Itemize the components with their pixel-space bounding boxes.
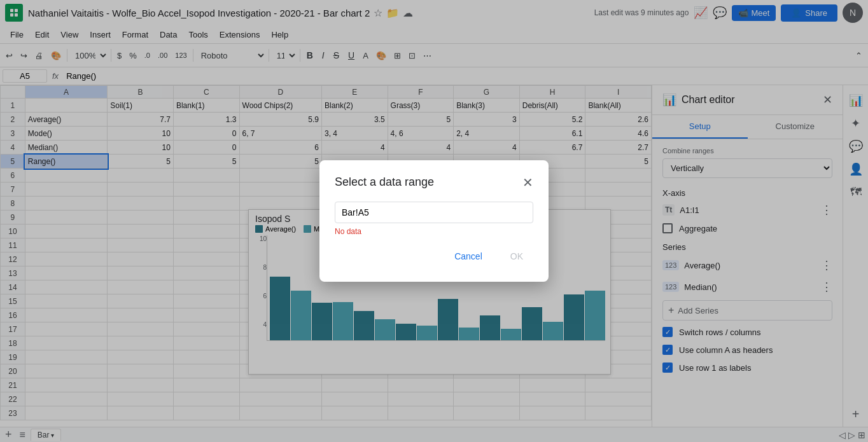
data-range-input[interactable]	[335, 202, 533, 223]
dialog-title: Select a data range	[335, 176, 434, 189]
select-data-range-dialog: Select a data range ✕ No data Cancel OK	[319, 160, 549, 282]
dialog-close-icon[interactable]: ✕	[522, 176, 533, 189]
cancel-button[interactable]: Cancel	[444, 246, 493, 266]
ok-button[interactable]: OK	[500, 246, 533, 266]
dialog-error-text: No data	[335, 227, 533, 236]
dialog-overlay: Select a data range ✕ No data Cancel OK	[0, 0, 868, 442]
dialog-buttons: Cancel OK	[335, 246, 533, 266]
